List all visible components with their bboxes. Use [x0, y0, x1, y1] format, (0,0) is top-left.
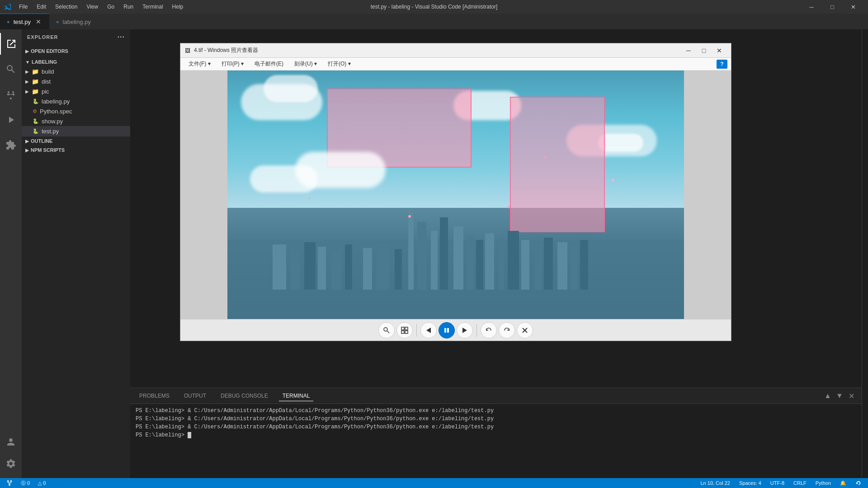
pv-next-button[interactable]: [457, 322, 473, 338]
status-errors[interactable]: ⓪ 0: [19, 478, 32, 488]
terminal-minimize-button[interactable]: ▼: [835, 391, 844, 401]
terminal-tab-debug[interactable]: DEBUG CONSOLE: [217, 391, 272, 401]
git-icon: [6, 480, 13, 486]
menu-terminal[interactable]: Terminal: [139, 3, 166, 11]
activity-explorer[interactable]: [0, 33, 22, 55]
status-line-ending[interactable]: CRLF: [792, 478, 808, 488]
menu-run[interactable]: Run: [120, 3, 137, 11]
status-bell[interactable]: 🔔: [838, 478, 848, 488]
activity-settings[interactable]: [0, 453, 22, 474]
folder-icon-build: 📁: [32, 68, 39, 75]
terminal-cursor: [188, 432, 191, 438]
menu-help[interactable]: Help: [169, 3, 187, 11]
svg-rect-23: [363, 248, 372, 290]
terminal-content: PS E:\labeling> & C:/Users/Administrator…: [130, 404, 862, 478]
svg-rect-10: [508, 231, 519, 290]
flower-2: [508, 206, 510, 208]
status-spaces[interactable]: Spaces: 4: [737, 478, 763, 488]
pv-actual-size-button[interactable]: [396, 322, 413, 338]
error-count: 0: [27, 480, 30, 486]
status-ln-col[interactable]: Ln 10, Col 22: [698, 478, 731, 488]
file-test-py[interactable]: 🐍 test.py: [22, 126, 130, 136]
title-bar: File Edit Selection View Go Run Terminal…: [0, 0, 868, 14]
pv-play-button[interactable]: [439, 322, 455, 338]
file-labeling-py[interactable]: 🐍 labeling.py: [22, 96, 130, 106]
tab-close-test-py[interactable]: ✕: [34, 18, 42, 26]
photo-viewer-minimize[interactable]: ─: [681, 46, 696, 55]
status-warnings[interactable]: △ 0: [36, 478, 47, 488]
pv-menu-file[interactable]: 文件(F) ▾: [184, 59, 215, 69]
svg-rect-5: [453, 226, 463, 290]
npm-scripts-header[interactable]: ▶ NPM SCRIPTS: [22, 145, 130, 155]
folder-pic[interactable]: ▶ 📁 pic: [22, 86, 130, 96]
pv-menu-print[interactable]: 打印(P) ▾: [217, 59, 248, 69]
status-left: ⓪ 0 △ 0: [5, 478, 47, 488]
terminal-close-button[interactable]: ✕: [846, 391, 856, 401]
tab-icon-labeling: ●: [56, 19, 59, 24]
photo-viewer-title: 🖼 4.tif - Windows 照片查看器: [185, 47, 258, 54]
tab-bar: ● test.py ✕ ● labeling.py: [0, 14, 868, 29]
menu-file[interactable]: File: [15, 3, 31, 11]
terminal-header: PROBLEMS OUTPUT DEBUG CONSOLE TERMINAL ▲…: [130, 388, 862, 404]
open-editors-section: ▶ OPEN EDITORS: [22, 45, 130, 57]
terminal-controls: ▲ ▼ ✕: [823, 391, 856, 401]
pv-zoom-button[interactable]: [378, 322, 395, 338]
folder-chevron-icon-dist: ▶: [25, 79, 29, 84]
file-label-python-spec: Python.spec: [40, 108, 72, 115]
open-editors-header[interactable]: ▶ OPEN EDITORS: [22, 47, 130, 56]
photo-viewer-menubar: 文件(F) ▾ 打印(P) ▾ 电子邮件(E) 刻录(U) ▾ 打开(O) ▾ …: [180, 58, 731, 70]
sidebar-more-icon[interactable]: ···: [118, 33, 125, 41]
maximize-button[interactable]: □: [822, 0, 843, 14]
pv-help-button[interactable]: ?: [717, 60, 727, 69]
pv-menu-open[interactable]: 打开(O) ▾: [323, 59, 355, 69]
file-python-spec[interactable]: ⚙ Python.spec: [22, 106, 130, 116]
file-show-py[interactable]: 🐍 show.py: [22, 116, 130, 126]
outline-label: OUTLINE: [31, 138, 52, 144]
status-encoding[interactable]: UTF-8: [769, 478, 786, 488]
pv-rotate-right-button[interactable]: [499, 322, 515, 338]
terminal-panel: PROBLEMS OUTPUT DEBUG CONSOLE TERMINAL ▲…: [130, 388, 862, 478]
menu-view[interactable]: View: [83, 3, 102, 11]
tab-test-py[interactable]: ● test.py ✕: [0, 14, 49, 29]
activity-debug[interactable]: [0, 109, 22, 131]
terminal-tab-output[interactable]: OUTPUT: [180, 391, 210, 401]
tab-labeling-py[interactable]: ● labeling.py: [49, 14, 98, 29]
pv-prev-button[interactable]: [420, 322, 437, 338]
status-git-branch[interactable]: [5, 478, 14, 488]
terminal-tab-terminal[interactable]: TERMINAL: [279, 391, 314, 401]
svg-marker-32: [426, 328, 431, 333]
pv-menu-email[interactable]: 电子邮件(E): [250, 59, 288, 69]
terminal-tab-problems[interactable]: PROBLEMS: [136, 391, 173, 401]
file-icon-python-spec: ⚙: [33, 108, 37, 114]
menu-selection[interactable]: Selection: [52, 3, 81, 11]
chevron-right-icon-npm: ▶: [25, 148, 29, 153]
menu-go[interactable]: Go: [104, 3, 118, 11]
pv-delete-button[interactable]: [517, 322, 533, 338]
folder-dist[interactable]: ▶ 📁 dist: [22, 76, 130, 86]
warning-count: 0: [43, 480, 46, 486]
menu-edit[interactable]: Edit: [33, 3, 50, 11]
svg-rect-20: [318, 247, 326, 290]
status-bar: ⓪ 0 △ 0 Ln 10, Col 22 Spaces: 4 UTF-8 CR…: [0, 478, 868, 488]
photo-viewer-maximize[interactable]: □: [697, 46, 711, 55]
pv-menu-burn[interactable]: 刻录(U) ▾: [290, 59, 321, 69]
close-button[interactable]: ✕: [843, 0, 863, 14]
status-language[interactable]: Python: [814, 478, 833, 488]
activity-search[interactable]: [0, 58, 22, 80]
file-label-labeling-py: labeling.py: [42, 98, 70, 105]
terminal-maximize-button[interactable]: ▲: [823, 391, 833, 401]
activity-extensions[interactable]: [0, 134, 22, 156]
svg-rect-3: [431, 231, 438, 290]
ln-col-text: Ln 10, Col 22: [700, 480, 730, 486]
activity-source-control[interactable]: [0, 84, 22, 105]
folder-build[interactable]: ▶ 📁 build: [22, 66, 130, 76]
pv-rotate-left-button[interactable]: [481, 322, 497, 338]
activity-account[interactable]: [0, 431, 22, 453]
photo-viewer-close[interactable]: ✕: [712, 46, 726, 55]
minimize-button[interactable]: ─: [801, 0, 822, 14]
flower-1: [408, 215, 411, 218]
labeling-header[interactable]: ▼ LABELING: [22, 57, 130, 66]
folder-chevron-icon: ▶: [25, 69, 29, 74]
status-sync[interactable]: [854, 478, 863, 488]
outline-header[interactable]: ▶ OUTLINE: [22, 136, 130, 145]
